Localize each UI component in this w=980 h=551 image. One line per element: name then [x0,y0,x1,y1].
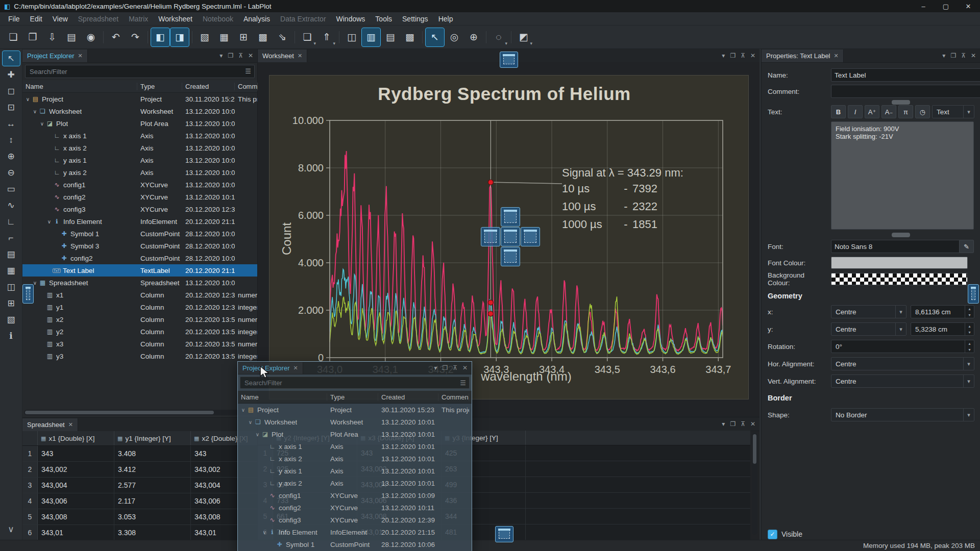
dock-close-icon[interactable]: ✕ [248,52,253,59]
menu-view[interactable]: View [47,13,73,24]
zoom-fit-tool-button[interactable]: ⊡ [3,100,20,115]
spin-up-icon[interactable]: ▴ [965,340,974,346]
add-grid-tool-button[interactable]: ⊞ [3,296,20,311]
font-input[interactable] [831,240,964,253]
column-header-created[interactable]: Created [182,83,235,90]
tree-row-x-axis-1[interactable]: ∟x axis 1Axis13.12.2020 10:01 [238,440,472,453]
table-cell[interactable]: 3.408 [114,446,191,461]
crosshair-tool-button[interactable]: ◎ [445,28,463,46]
drop-indicator-center-top[interactable] [501,207,520,227]
spin-down-icon[interactable]: ▾ [965,312,974,318]
row-number[interactable]: 3 [22,478,38,493]
y-position-combo[interactable]: Centre ▾ [831,322,906,336]
tree-row-y-axis-1[interactable]: ∟y axis 1Axis13.12.2020 10:01 [238,465,472,477]
minimize-button[interactable]: – [919,3,928,10]
drop-indicator-left-edge[interactable] [22,284,34,304]
column-header-created[interactable]: Created [378,393,438,401]
column-header-name[interactable]: Name [22,83,137,90]
toggle-properties-dock-button[interactable]: ◨ [170,28,189,46]
tree-row-project[interactable]: ∨▤ProjectProject30.11.2020 15:23This pro… [22,93,257,105]
menu-worksheet[interactable]: Worksheet [153,13,198,24]
spin-up-icon[interactable]: ▴ [965,323,974,329]
print-button[interactable]: ▤ [62,28,81,46]
save-project-button[interactable]: ⇩ [43,28,61,46]
tree-row-x-axis-1[interactable]: ∟x axis 1Axis13.12.2020 10:01 [22,130,257,142]
row-number[interactable]: 1 [22,446,38,461]
toolbar-overflow-icon[interactable]: ∨ [3,522,20,537]
drop-indicator-center-bottom[interactable] [501,247,520,266]
table-cell[interactable]: 3.308 [114,525,191,540]
add-plot-tool-button[interactable]: ◫ [3,280,20,294]
bold-button[interactable]: B [831,105,846,118]
menu-analysis[interactable]: Analysis [238,13,275,24]
table-cell[interactable]: 343 [38,446,114,461]
expander-icon[interactable]: ∨ [254,432,261,437]
filter-icon[interactable]: ☰ [245,67,251,75]
tree-row-config3[interactable]: ∿config3XYCurve20.12.2020 12:39 [238,514,472,526]
new-project-button[interactable]: ❏ [4,28,22,46]
new-folder-button[interactable]: ▧ [195,28,214,46]
tab-properties-text-label[interactable]: Properties: Text Label ✕ [762,49,844,62]
font-colour-swatch[interactable] [831,257,968,269]
x-position-combo[interactable]: Centre ▾ [831,305,906,318]
redo-button[interactable]: ↷ [126,28,144,46]
expander-icon[interactable]: ∨ [261,530,268,535]
tree-row-x3[interactable]: ▥x3Column20.12.2020 13:56numerical [22,338,257,350]
expander-icon[interactable]: ∨ [240,407,247,413]
tab-worksheet[interactable]: Worksheet ✕ [258,49,307,62]
zoom-select-tool-button[interactable]: ⊕ [464,28,483,46]
crosshair-tool-button[interactable]: ✚ [3,67,20,82]
new-spreadsheet-button[interactable]: ⊞ [234,28,253,46]
tree-row-x-axis-2[interactable]: ∟x axis 2Axis13.12.2020 10:01 [22,142,257,154]
menu-matrix[interactable]: Matrix [124,13,153,24]
tree-row-worksheet[interactable]: ∨❏WorksheetWorksheet13.12.2020 10:01 [238,416,472,428]
tree-row-project[interactable]: ∨▤ProjectProject30.11.2020 15:23This pro… [238,404,472,416]
zoom-out-tool-button[interactable]: ⊖ [3,165,20,180]
tree-row-plot[interactable]: ∨◪PlotPlot Area13.12.2020 10:01 [238,428,472,440]
column-header[interactable]: ▦x1 {Double} [X] [38,431,114,445]
menu-notebook[interactable]: Notebook [198,13,238,24]
text-mode-combo[interactable]: Text ▾ [932,105,974,118]
table-cell[interactable]: 343,004 [38,478,114,493]
close-button[interactable]: ✕ [964,3,973,10]
dock-float-icon[interactable]: ❐ [228,52,233,59]
dock-pin-icon[interactable]: ⊼ [238,52,243,59]
zoom-in-tool-button[interactable]: ⊕ [3,149,20,164]
tree-row-worksheet[interactable]: ∨❏WorksheetWorksheet13.12.2020 10:01 [22,105,257,117]
drop-indicator-right-edge[interactable] [968,284,979,304]
subscript-button[interactable]: A₋ [881,105,896,118]
layout-horizontal-button[interactable]: ▤ [381,28,400,46]
dock-pin-icon[interactable]: ⊼ [741,420,745,428]
add-legend-tool-button[interactable]: ⌐ [3,231,20,245]
tab-spreadsheet[interactable]: Spreadsheet ✕ [22,418,78,431]
spin-down-icon[interactable]: ▾ [965,329,974,335]
dock-menu-icon[interactable]: ▾ [722,52,725,59]
tree-row-info-element[interactable]: ∨ℹInfo ElementInfoElement20.12.2020 21:1… [238,526,472,538]
row-number[interactable]: 4 [22,493,38,509]
tree-row-symbol-1[interactable]: ✚Symbol 1CustomPoint28.12.2020 10:06 [22,228,257,240]
tree-row-y-axis-2[interactable]: ∟y axis 2Axis13.12.2020 10:01 [238,477,472,489]
menu-help[interactable]: Help [433,13,458,24]
drag-preview-project-explorer[interactable]: Project Explorer ✕ ▾❐⊼✕ ☰ NameTypeCreate… [237,361,472,551]
tree-row-x2[interactable]: ▥x2Column20.12.2020 13:55numerical [22,313,257,325]
expander-icon[interactable]: ∨ [24,96,31,102]
datetime-button[interactable]: ◷ [915,105,930,118]
column-header-commen[interactable]: Commen [438,393,469,401]
x-position-spinbox[interactable]: 8,61136 cm ▴▾ [911,305,974,318]
background-colour-swatch[interactable] [831,273,968,285]
column-header-type[interactable]: Type [327,393,378,401]
splitter-handle[interactable] [892,233,910,237]
row-number[interactable]: 2 [22,462,38,477]
tab-project-explorer[interactable]: Project Explorer ✕ [22,49,88,62]
tree-row-text-label[interactable]: TxTText LabelTextLabel20.12.2020 21:13 [22,264,257,277]
new-worksheet-button[interactable]: ❏▾ [298,28,316,46]
export-worksheet-button[interactable]: ⇑▾ [317,28,336,46]
row-number[interactable]: 5 [22,509,38,524]
spin-up-icon[interactable]: ▴ [965,306,974,312]
italic-button[interactable]: I [848,105,863,118]
dock-float-icon[interactable]: ❐ [730,52,736,59]
drop-indicator-bottom-edge[interactable] [495,526,513,542]
tree-row-config1[interactable]: ∿config1XYCurve13.12.2020 10:09 [238,489,472,502]
info-element-label[interactable]: Signal at λ = 343.29 nm: 10 µs-7392100 µ… [562,166,683,233]
dock-close-icon[interactable]: ✕ [971,52,976,59]
